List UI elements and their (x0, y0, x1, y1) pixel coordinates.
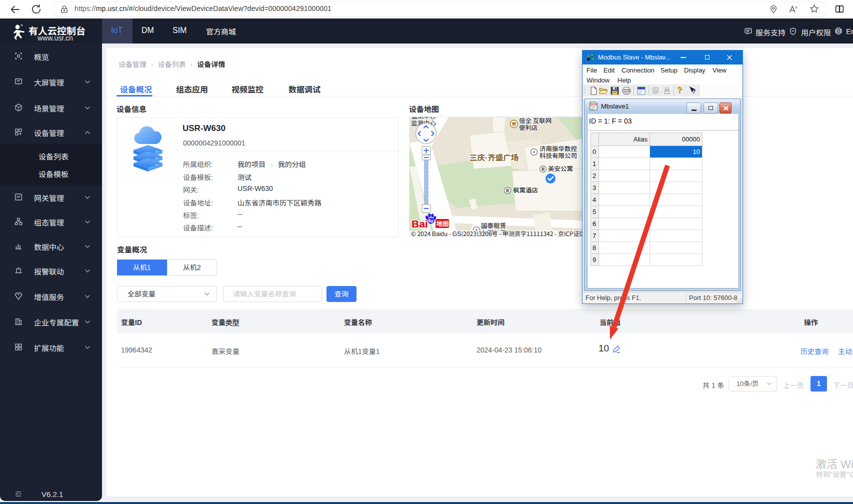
svg-text:科技有限公司: 科技有限公司 (540, 150, 577, 160)
svg-text:地图: 地图 (436, 218, 449, 228)
svg-text:DOC: DOC (590, 102, 598, 106)
svg-text:Bai: Bai (412, 216, 428, 230)
svg-text:du: du (428, 216, 434, 224)
svg-text:?: ? (692, 88, 696, 95)
svg-text:三庆·齐盛广场: 三庆·齐盛广场 (470, 152, 518, 162)
svg-text:美安公寓: 美安公寓 (548, 164, 573, 173)
svg-text:便利店: 便利店 (519, 122, 538, 132)
svg-text:枫寓酒店: 枫寓酒店 (513, 185, 538, 194)
